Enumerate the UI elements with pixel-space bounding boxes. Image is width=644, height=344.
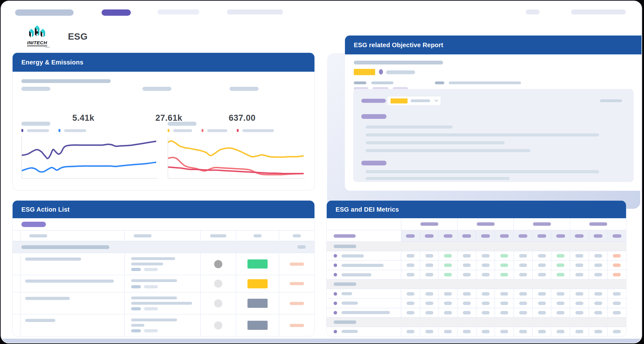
metric-value-cell: [439, 327, 458, 336]
skeleton-title-line: [21, 79, 111, 83]
action-list-row[interactable]: [13, 275, 314, 292]
metric-value-cell: [420, 261, 439, 270]
metric-value-skeleton: [482, 273, 490, 276]
legend-label-skeleton: [27, 129, 49, 132]
legend-label-skeleton: [173, 129, 192, 132]
nav-tab-active[interactable]: [102, 9, 131, 16]
metric-value-cell: [458, 308, 476, 317]
due-date-skeleton: [290, 282, 304, 285]
metric-value-skeleton: [444, 254, 452, 258]
action-list-row[interactable]: [13, 253, 314, 275]
metric-label-skeleton: [341, 311, 390, 314]
metric-label-cell: [327, 327, 401, 336]
metric-value-cell: [495, 289, 514, 298]
metric-value-cell: [420, 299, 439, 308]
section-heading-pill: [361, 114, 386, 119]
skeleton-title-line: [354, 61, 443, 64]
metric-value-cell: [608, 289, 626, 298]
column-header-skeleton: [210, 234, 226, 237]
tag-chip-skeleton: [131, 285, 141, 288]
metric-value-skeleton: [594, 264, 602, 267]
action-list-row[interactable]: [13, 314, 314, 336]
metrics-data-row[interactable]: [327, 251, 626, 261]
metric-value-skeleton: [613, 311, 621, 314]
nav-tab-3[interactable]: [158, 9, 199, 14]
metric-value-skeleton: [500, 254, 508, 258]
metric-value-skeleton: [407, 264, 414, 267]
action-description-cell: [125, 314, 201, 336]
energy-emissions-card: Energy & Emissions 5.41k27.61k637.00: [12, 53, 315, 191]
energy-chart: [21, 122, 157, 179]
metrics-section-row[interactable]: [327, 242, 626, 251]
metric-value-skeleton: [463, 292, 471, 296]
metrics-data-row[interactable]: [327, 270, 626, 280]
metric-value-cell: [533, 327, 552, 336]
column-header-cell: [201, 230, 236, 241]
assignee-avatar: [214, 260, 222, 268]
dropdown-value-skeleton: [411, 99, 430, 102]
column-header-cell: [125, 230, 201, 241]
action-filter-button[interactable]: [21, 222, 46, 227]
metric-value-cell: [476, 308, 495, 317]
metric-label-skeleton: [21, 87, 50, 91]
assignee-avatar: [214, 299, 222, 308]
metrics-section-row[interactable]: [327, 318, 626, 327]
metric-value-cell: [551, 327, 570, 336]
metric-value-cell: [514, 299, 533, 308]
chart-title-skeleton: [21, 122, 50, 126]
metric-value-skeleton: [613, 254, 621, 258]
skeleton-meta-key: [435, 81, 444, 84]
group-collapse-pill[interactable]: [297, 245, 306, 249]
metric-value-skeleton: [594, 273, 602, 276]
subheader-cell: [533, 230, 552, 241]
metric-value-cell: [551, 299, 570, 308]
energy-card-header: Energy & Emissions: [13, 53, 314, 72]
nav-tab-1[interactable]: [15, 9, 74, 16]
action-name-cell: [20, 253, 125, 275]
metrics-data-row[interactable]: [327, 308, 626, 318]
description-lines: [125, 253, 200, 275]
metric-value-skeleton: [575, 273, 583, 276]
metric-value-cell: [570, 251, 589, 260]
metric-value-skeleton: [482, 311, 490, 314]
filter-dropdown[interactable]: [388, 97, 441, 105]
subheader-skeleton: [425, 234, 434, 238]
logo-text: INITECH: [27, 40, 47, 46]
logo-registered-mark: [45, 47, 50, 48]
action-list-row[interactable]: [13, 292, 314, 314]
metric-value-skeleton: [425, 330, 433, 333]
nav-action-wide[interactable]: [571, 9, 626, 14]
action-name-skeleton: [25, 297, 70, 300]
metric-value-cell: [514, 289, 533, 298]
metric-value-skeleton: [500, 330, 508, 333]
nav-tab-4[interactable]: [227, 9, 283, 14]
skeleton-meta-value: [449, 81, 521, 84]
row-gutter: [13, 292, 20, 314]
column-header-skeleton: [253, 234, 262, 237]
description-lines: [125, 275, 200, 292]
metric-value-cell: [420, 327, 439, 336]
nav-action-small[interactable]: [526, 9, 540, 14]
assignee-avatar: [214, 280, 222, 288]
status-cell: [236, 292, 279, 314]
metrics-data-row[interactable]: [327, 299, 626, 308]
metric-value-cell: [608, 270, 626, 279]
metrics-data-row[interactable]: [327, 261, 626, 270]
metric-bullet-dot: [334, 292, 337, 296]
metrics-data-row[interactable]: [327, 289, 626, 298]
action-name-cell: [20, 314, 125, 336]
action-toolbar: [13, 218, 314, 230]
metric-value-skeleton: [594, 302, 602, 305]
metric-label-cell: [327, 270, 401, 279]
metric-value-skeleton: [594, 292, 602, 296]
legend-item: [237, 129, 274, 132]
initech-logo: INITECH: [25, 25, 50, 48]
metric-value-skeleton: [482, 292, 490, 296]
metric-value-cell: [458, 270, 476, 279]
metrics-section-row[interactable]: [327, 280, 626, 289]
subheader-skeleton: [594, 234, 602, 238]
section-title-skeleton: [334, 245, 356, 248]
metric-label-skeleton: [230, 87, 258, 91]
row-label-header-skeleton: [334, 234, 356, 238]
metrics-data-row[interactable]: [327, 327, 626, 336]
